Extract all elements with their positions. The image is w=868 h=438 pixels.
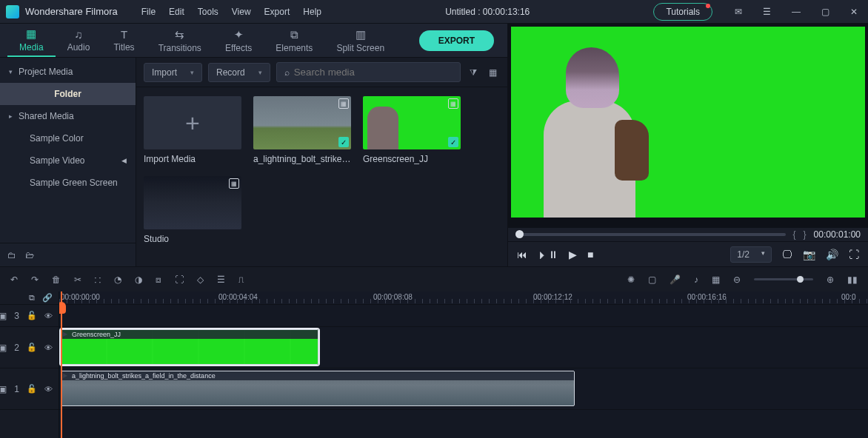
search-input[interactable] <box>294 67 453 78</box>
tab-titles[interactable]: TTitles <box>101 25 146 55</box>
preview-pane: { } 00:00:01:00 ⏮ ⏵⏸ ▶ ■ 1/2▾ 🖵 📷 🔊 ⛶ <box>508 24 868 266</box>
audio-meter-icon[interactable]: ▮▮ <box>847 274 858 285</box>
tab-audio[interactable]: ♫Audio <box>56 25 102 55</box>
video-type-icon: ▦ <box>338 98 349 109</box>
undo-icon[interactable]: ↶ <box>10 274 18 285</box>
tutorials-button[interactable]: Tutorials <box>653 3 712 21</box>
marker-icon[interactable]: ▢ <box>648 274 656 285</box>
export-button[interactable]: EXPORT <box>419 30 494 51</box>
track-3[interactable] <box>59 305 868 327</box>
audio-mixer-icon[interactable]: ⎍ <box>238 274 244 285</box>
menu-tools[interactable]: Tools <box>198 7 218 17</box>
grid-view-icon[interactable]: ▦ <box>486 64 500 81</box>
maximize-icon[interactable]: ▢ <box>817 5 834 18</box>
new-folder-icon[interactable]: 🗀 <box>7 250 16 260</box>
stop-icon[interactable]: ■ <box>587 249 593 260</box>
keyframe-icon[interactable]: ◇ <box>197 274 204 285</box>
sidebar-item-sample-video[interactable]: Sample Video◀ <box>0 149 136 172</box>
import-folder-icon[interactable]: 🗁 <box>25 250 34 260</box>
record-voice-icon[interactable]: 🎤 <box>670 274 681 285</box>
track-head-3[interactable]: ▣3 🔓 👁 <box>0 305 59 327</box>
crop-icon[interactable]: ⸬ <box>95 274 101 285</box>
track-1[interactable]: ▶ a_lightning_bolt_strikes_a_field_in_th… <box>59 368 868 410</box>
tab-split-screen[interactable]: ▥Split Screen <box>324 25 396 56</box>
zoom-handle[interactable] <box>797 276 804 283</box>
media-tile-greenscreen[interactable]: ▦✓ Greenscreen_JJ <box>363 96 461 164</box>
sidebar-item-sample-green-screen[interactable]: Sample Green Screen <box>0 172 136 194</box>
chevron-down-icon: ▾ <box>190 69 194 76</box>
menu-export[interactable]: Export <box>264 7 290 17</box>
redo-icon[interactable]: ↷ <box>31 274 39 285</box>
sidebar-item-shared-media[interactable]: ▸Shared Media <box>0 105 136 127</box>
snap-icon[interactable]: ▦ <box>712 274 720 285</box>
close-icon[interactable]: ✕ <box>846 5 862 18</box>
lock-icon[interactable]: 🔓 <box>27 343 37 352</box>
speed-icon[interactable]: ◔ <box>114 274 121 285</box>
color-icon[interactable]: ◑ <box>135 274 142 285</box>
eye-icon[interactable]: 👁 <box>44 343 53 352</box>
zoom-out-icon[interactable]: ⊖ <box>733 274 741 285</box>
playhead[interactable] <box>61 292 62 438</box>
zoom-slider[interactable] <box>754 278 813 280</box>
tab-transitions[interactable]: ⇆Transitions <box>147 25 213 56</box>
zoom-in-icon[interactable]: ⊕ <box>827 274 834 285</box>
link-icon[interactable]: 🔗 <box>42 293 53 303</box>
message-icon[interactable]: ✉ <box>730 5 747 18</box>
freeze-icon[interactable]: ⧈ <box>156 274 161 285</box>
preview-timecode: 00:00:01:00 <box>814 229 861 240</box>
cut-icon[interactable]: ✂ <box>74 274 81 285</box>
scrub-handle[interactable] <box>515 230 524 238</box>
volume-icon[interactable]: 🔊 <box>826 249 838 260</box>
sidebar-item-project-media[interactable]: ▾Project Media <box>0 61 136 83</box>
media-tile-studio[interactable]: ▦ Studio <box>144 176 241 244</box>
sidebar-item-sample-color[interactable]: Sample Color <box>0 127 136 149</box>
track-headers: ⧉ 🔗 ▣3 🔓 👁 ▣2 🔓 👁 ▣1 🔓 👁 <box>0 292 59 438</box>
audio-settings-icon[interactable]: ♪ <box>694 274 698 285</box>
record-dropdown[interactable]: Record▾ <box>208 63 270 82</box>
menu-help[interactable]: Help <box>303 7 321 17</box>
clip-greenscreen[interactable]: ▶ Greenscreen_JJ <box>61 329 318 365</box>
tab-elements[interactable]: ⧉Elements <box>264 25 324 56</box>
panel-menu-icon[interactable]: ☰ <box>758 5 775 18</box>
mark-in-icon[interactable]: { <box>793 229 796 240</box>
play-icon[interactable]: ▶ <box>569 249 577 260</box>
render-icon[interactable]: ✺ <box>627 274 635 285</box>
lock-icon[interactable]: 🔓 <box>27 384 37 394</box>
scrub-track[interactable] <box>515 233 786 236</box>
import-dropdown[interactable]: Import▾ <box>144 63 202 82</box>
mark-out-icon[interactable]: } <box>804 229 807 240</box>
preview-zoom-select[interactable]: 1/2▾ <box>730 246 772 263</box>
media-tile-lightning[interactable]: ▦✓ a_lightning_bolt_strikes_... <box>253 96 351 164</box>
import-media-tile[interactable]: + Import Media <box>144 96 241 164</box>
track-2[interactable]: ▶ Greenscreen_JJ <box>59 327 868 368</box>
detect-icon[interactable]: ⛶ <box>175 274 184 285</box>
prev-frame-icon[interactable]: ⏮ <box>517 249 527 260</box>
timeline-options-icon[interactable]: ⧉ <box>29 293 35 303</box>
clip-lightning[interactable]: ▶ a_lightning_bolt_strikes_a_field_in_th… <box>61 371 575 406</box>
menu-view[interactable]: View <box>232 7 251 17</box>
preview-canvas[interactable] <box>511 27 865 218</box>
timeline-ruler[interactable]: 00:00:00:0000:00:04:0400:00:08:0800:00:1… <box>59 292 868 305</box>
eye-icon[interactable]: 👁 <box>44 385 53 394</box>
menu-edit[interactable]: Edit <box>169 7 184 17</box>
tab-effects[interactable]: ✦Effects <box>213 25 264 56</box>
track-head-2[interactable]: ▣2 🔓 👁 <box>0 327 59 368</box>
collapse-icon[interactable]: ◀ <box>121 157 127 164</box>
delete-icon[interactable]: 🗑 <box>52 274 61 285</box>
adjust-icon[interactable]: ☰ <box>217 274 225 285</box>
display-settings-icon[interactable]: 🖵 <box>782 249 792 260</box>
menu-file[interactable]: File <box>141 7 156 17</box>
tab-media[interactable]: ▦Media <box>7 24 56 57</box>
play-pause-icon[interactable]: ⏵⏸ <box>538 249 558 260</box>
snapshot-icon[interactable]: 📷 <box>803 249 815 260</box>
filter-icon[interactable]: ⧩ <box>467 64 480 81</box>
eye-icon[interactable]: 👁 <box>44 311 53 320</box>
track-head-1[interactable]: ▣1 🔓 👁 <box>0 368 59 410</box>
sidebar-item-folder[interactable]: Folder <box>0 83 136 105</box>
fullscreen-icon[interactable]: ⛶ <box>849 249 859 260</box>
timeline-tracks[interactable]: 00:00:00:0000:00:04:0400:00:08:0800:00:1… <box>59 292 868 438</box>
main-menu: File Edit Tools View Export Help <box>141 7 321 17</box>
lock-icon[interactable]: 🔓 <box>27 311 37 320</box>
minimize-icon[interactable]: — <box>787 5 805 18</box>
search-media[interactable]: ⌕ <box>276 62 461 82</box>
